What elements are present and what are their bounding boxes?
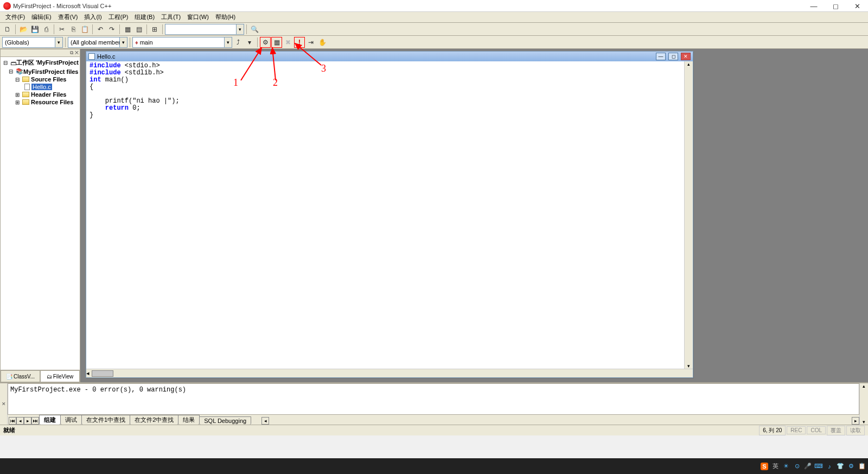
project-node[interactable]: ⊟📚 MyFirstProject files	[2, 67, 79, 75]
find-icon[interactable]: 🔍	[249, 24, 260, 35]
output-panel: ✕ MyFirstProject.exe - 0 error(s), 0 war…	[0, 382, 868, 425]
scope-combo[interactable]: (Globals)▾	[2, 37, 63, 48]
undo-icon[interactable]: ↶	[95, 24, 106, 35]
menu-tools[interactable]: 工具(T)	[158, 12, 184, 22]
status-ovr: 覆盖	[827, 426, 845, 435]
output-tab-debug[interactable]: 调试	[60, 415, 82, 425]
output-scrollbar-v[interactable]	[859, 383, 868, 425]
redo-icon[interactable]: ↷	[106, 24, 117, 35]
new-file-icon[interactable]: 🗋	[2, 24, 13, 35]
minimize-button[interactable]: —	[803, 0, 825, 12]
output-tab-build[interactable]: 组建	[39, 415, 61, 425]
resource-folder[interactable]: ⊞ Resource Files	[2, 98, 79, 106]
code-editor[interactable]: #include <stdio.h> #include <stdlib.h> i…	[86, 61, 684, 369]
maximize-button[interactable]: ◻	[825, 0, 846, 12]
status-position: 6, 列 20	[759, 426, 786, 435]
file-tree[interactable]: ⊟🗃 工作区 'MyFirstProject ⊟📚 MyFirstProject…	[1, 57, 80, 370]
menu-insert[interactable]: 插入(I)	[81, 12, 105, 22]
output-tab-find2[interactable]: 在文件2中查找	[130, 415, 178, 425]
status-rec: REC	[787, 426, 806, 434]
statusbar: 就绪 6, 列 20 REC COL 覆盖 读取	[0, 425, 868, 435]
output-tab-results[interactable]: 结果	[178, 415, 200, 425]
window-title: MyFirstProject - Microsoft Visual C++	[13, 3, 865, 9]
menu-project[interactable]: 工程(P)	[105, 12, 132, 22]
output-tab-find1[interactable]: 在文件1中查找	[81, 415, 130, 425]
find-combo[interactable]: ▾	[165, 24, 244, 35]
tray-icon-1[interactable]: ☀	[782, 463, 790, 470]
status-col: COL	[807, 426, 826, 434]
mdi-area: Hello.c — ◻ ✕ #include <stdio.h> #includ…	[80, 49, 868, 382]
tray-icon-kbd[interactable]: ⌨	[815, 463, 822, 470]
status-ready: 就绪	[3, 426, 15, 434]
compile-button[interactable]: ⚙	[260, 37, 271, 48]
output-hscroll-right[interactable]: ▸	[852, 417, 859, 425]
document-icon	[88, 53, 95, 60]
output-nav-next[interactable]: ▸	[24, 417, 31, 425]
tray-icon-6[interactable]: ⚙	[847, 463, 855, 470]
menubar: 文件(F) 编辑(E) 查看(V) 插入(I) 工程(P) 组建(B) 工具(T…	[0, 12, 868, 23]
tray-icon-2[interactable]: ⊙	[793, 463, 801, 470]
titlebar: MyFirstProject - Microsoft Visual C++	[0, 0, 868, 12]
tray-icon-5[interactable]: 👕	[837, 463, 844, 470]
menu-view[interactable]: 查看(V)	[55, 12, 81, 22]
close-button[interactable]: ✕	[846, 0, 868, 12]
goto-icon[interactable]: ⤴	[233, 37, 244, 48]
workspace-tabs: 📑ClassV... 🗂FileView	[1, 370, 80, 382]
function-combo[interactable]: ♦ main▾	[132, 37, 232, 48]
cut-icon[interactable]: ✂	[56, 24, 67, 35]
output-tab-sql[interactable]: SQL Debugging	[199, 416, 251, 425]
copy-icon[interactable]: ⎘	[68, 24, 79, 35]
menu-help[interactable]: 帮助(H)	[212, 12, 239, 22]
windows-taskbar[interactable]: S 英 ☀ ⊙ 🎤 ⌨ ♪ 👕 ⚙ 📋	[0, 458, 868, 474]
ime-lang[interactable]: 英	[771, 463, 779, 470]
menu-window[interactable]: 窗口(W)	[184, 12, 212, 22]
workspace-icon[interactable]: ▦	[122, 24, 133, 35]
source-folder[interactable]: ⊟ Source Files	[2, 75, 79, 83]
doc-maximize-button[interactable]: ◻	[668, 53, 678, 60]
menu-build[interactable]: 组建(B)	[131, 12, 158, 22]
menu-file[interactable]: 文件(F)	[2, 12, 28, 22]
output-nav-last[interactable]: ⏭	[31, 417, 39, 425]
output-nav-prev[interactable]: ◂	[16, 417, 24, 425]
build-button[interactable]: ▦	[271, 37, 282, 48]
doc-close-button[interactable]: ✕	[681, 53, 691, 60]
output-hscroll-left[interactable]: ◂	[261, 417, 269, 425]
tab-classview[interactable]: 📑ClassV...	[1, 370, 40, 382]
actions-dropdown-icon[interactable]: ▾	[244, 37, 255, 48]
save-icon[interactable]: 💾	[29, 24, 40, 35]
panel-header: ⧉ ✕	[1, 49, 80, 57]
save-all-icon[interactable]: ⎙	[41, 24, 52, 35]
execute-button[interactable]: !	[294, 37, 305, 48]
paste-icon[interactable]: 📋	[79, 24, 90, 35]
output-gripper[interactable]: ✕	[0, 383, 8, 425]
mdi-background	[760, 49, 868, 382]
members-combo[interactable]: (All global members▾	[68, 37, 127, 48]
code-window-titlebar[interactable]: Hello.c — ◻ ✕	[86, 52, 693, 61]
window-list-icon[interactable]: ⊞	[149, 24, 160, 35]
workspace-panel: ⧉ ✕ ⊟🗃 工作区 'MyFirstProject ⊟📚 MyFirstPro…	[0, 49, 80, 382]
system-tray: S 英 ☀ ⊙ 🎤 ⌨ ♪ 👕 ⚙ 📋	[761, 463, 866, 470]
go-icon[interactable]: ⇥	[305, 37, 316, 48]
code-window-filename: Hello.c	[97, 53, 116, 60]
editor-scrollbar-h[interactable]: ◂	[86, 369, 693, 377]
output-icon[interactable]: ▤	[133, 24, 144, 35]
doc-minimize-button[interactable]: —	[656, 53, 666, 60]
workspace-root[interactable]: ⊟🗃 工作区 'MyFirstProject	[2, 58, 79, 67]
tray-icon-7[interactable]: 📋	[858, 463, 866, 470]
output-tabs: ⏮ ◂ ▸ ⏭ 组建 调试 在文件1中查找 在文件2中查找 结果 SQL Deb…	[8, 415, 859, 425]
output-nav-first[interactable]: ⏮	[9, 417, 16, 425]
toolbar-standard: 🗋 📂 💾 ⎙ ✂ ⎘ 📋 ↶ ↷ ▦ ▤ ⊞ ▾ 🔍	[0, 23, 868, 36]
source-file-hello[interactable]: Hello.c	[2, 83, 79, 91]
tab-fileview[interactable]: 🗂FileView	[40, 370, 80, 382]
sogou-ime-icon[interactable]: S	[761, 463, 768, 470]
open-icon[interactable]: 📂	[18, 24, 29, 35]
header-folder[interactable]: ⊞ Header Files	[2, 91, 79, 98]
breakpoint-icon[interactable]: ✋	[317, 37, 328, 48]
menu-edit[interactable]: 编辑(E)	[28, 12, 55, 22]
output-text[interactable]: MyFirstProject.exe - 0 error(s), 0 warni…	[8, 383, 859, 415]
tray-icon-4[interactable]: ♪	[826, 463, 833, 470]
code-window: Hello.c — ◻ ✕ #include <stdio.h> #includ…	[86, 51, 693, 378]
editor-scrollbar-v[interactable]	[684, 61, 693, 369]
tray-icon-mic[interactable]: 🎤	[804, 463, 812, 470]
stop-build-icon[interactable]: ✖	[283, 37, 293, 48]
